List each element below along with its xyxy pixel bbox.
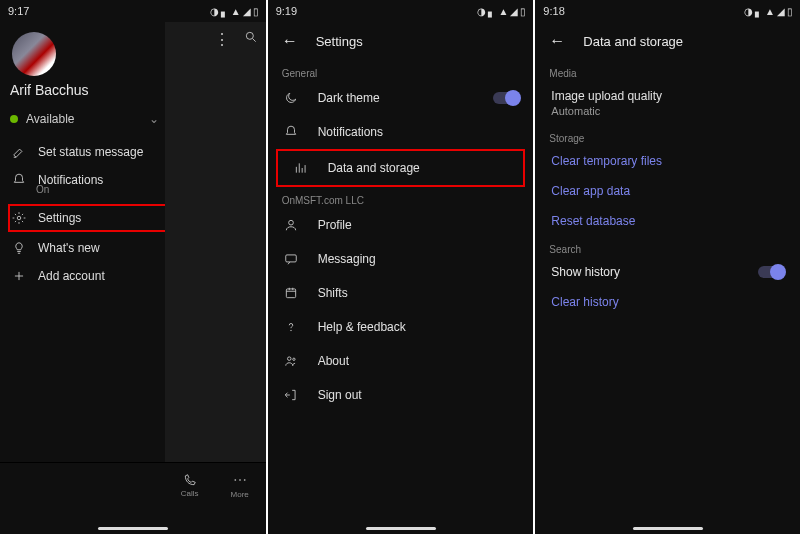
page-title: Data and storage bbox=[583, 34, 683, 49]
shifts-row[interactable]: Shifts bbox=[268, 276, 534, 310]
presence-dot-icon bbox=[10, 115, 18, 123]
person-icon bbox=[282, 218, 300, 232]
svg-point-2 bbox=[288, 220, 293, 225]
section-search: Search bbox=[535, 236, 800, 257]
reset-database-link[interactable]: Reset database bbox=[535, 206, 800, 236]
show-history-label: Show history bbox=[551, 265, 620, 279]
svg-point-7 bbox=[292, 358, 294, 360]
set-status-label: Set status message bbox=[38, 145, 143, 159]
clear-app-data-link[interactable]: Clear app data bbox=[535, 176, 800, 206]
back-icon[interactable]: ← bbox=[549, 32, 565, 50]
calendar-icon bbox=[282, 286, 300, 300]
section-storage: Storage bbox=[535, 125, 800, 146]
sign-out-label: Sign out bbox=[318, 388, 362, 402]
notifications-label: Notifications bbox=[318, 125, 383, 139]
upload-quality-row[interactable]: Image upload quality Automatic bbox=[535, 81, 800, 125]
whats-new-label: What's new bbox=[38, 241, 100, 255]
section-org: OnMSFT.com LLC bbox=[268, 187, 534, 208]
svg-point-0 bbox=[17, 216, 21, 220]
nav-pill[interactable] bbox=[98, 527, 168, 530]
teams-icon bbox=[282, 354, 300, 368]
upload-quality-label: Image upload quality bbox=[551, 89, 784, 103]
gear-icon bbox=[12, 211, 26, 225]
header: ← Data and storage bbox=[535, 22, 800, 60]
whats-new-row[interactable]: What's new bbox=[10, 234, 165, 262]
screen-profile-drawer: 9:17 ◑▖▲◢▯ Arif Bacchus Available ⌄ Set … bbox=[0, 0, 266, 534]
presence-row[interactable]: Available ⌄ bbox=[10, 112, 165, 126]
bottom-nav: Calls ⋯More bbox=[0, 462, 266, 508]
clock: 9:18 bbox=[543, 5, 564, 17]
moon-icon bbox=[282, 91, 300, 105]
clock: 9:17 bbox=[8, 5, 29, 17]
chevron-down-icon: ⌄ bbox=[149, 112, 159, 126]
nav-calls[interactable]: Calls bbox=[170, 473, 210, 498]
status-icons: ◑▖▲◢▯ bbox=[477, 6, 525, 17]
messaging-label: Messaging bbox=[318, 252, 376, 266]
notifications-sub: On bbox=[36, 184, 49, 195]
clear-temp-link[interactable]: Clear temporary files bbox=[535, 146, 800, 176]
profile-row[interactable]: Profile bbox=[268, 208, 534, 242]
clear-history-link[interactable]: Clear history bbox=[535, 287, 800, 317]
add-account-label: Add account bbox=[38, 269, 105, 283]
nav-drawer: Arif Bacchus Available ⌄ Set status mess… bbox=[0, 22, 165, 462]
presence-label: Available bbox=[26, 112, 74, 126]
section-general: General bbox=[268, 60, 534, 81]
android-navbar bbox=[0, 508, 266, 534]
lightbulb-icon bbox=[12, 241, 26, 255]
more-icon[interactable]: ⋮ bbox=[214, 30, 230, 49]
profile-label: Profile bbox=[318, 218, 352, 232]
set-status-row[interactable]: Set status message bbox=[10, 138, 165, 166]
nav-pill[interactable] bbox=[366, 527, 436, 530]
messaging-row[interactable]: Messaging bbox=[268, 242, 534, 276]
svg-point-6 bbox=[287, 357, 291, 361]
add-account-row[interactable]: Add account bbox=[10, 262, 165, 290]
data-storage-row[interactable]: Data and storage bbox=[276, 149, 526, 187]
chat-icon bbox=[282, 252, 300, 266]
svg-rect-3 bbox=[285, 255, 296, 262]
show-history-toggle[interactable] bbox=[758, 266, 784, 278]
dark-theme-label: Dark theme bbox=[318, 91, 380, 105]
data-icon bbox=[292, 161, 310, 175]
about-label: About bbox=[318, 354, 349, 368]
avatar[interactable] bbox=[12, 32, 56, 76]
search-icon[interactable] bbox=[244, 30, 258, 49]
clock: 9:19 bbox=[276, 5, 297, 17]
main-dimmed: ⋮ bbox=[165, 22, 266, 462]
about-row[interactable]: About bbox=[268, 344, 534, 378]
notifications-row[interactable]: Notifications bbox=[268, 115, 534, 149]
nav-more[interactable]: ⋯More bbox=[220, 472, 260, 499]
status-bar: 9:18 ◑▖▲◢▯ bbox=[535, 0, 800, 22]
dark-theme-toggle[interactable] bbox=[493, 92, 519, 104]
svg-point-5 bbox=[290, 330, 291, 331]
header: ← Settings bbox=[268, 22, 534, 60]
screen-settings: 9:19 ◑▖▲◢▯ ← Settings General Dark theme… bbox=[268, 0, 534, 534]
notifications-row[interactable]: Notifications On bbox=[10, 166, 165, 202]
sign-out-icon bbox=[282, 388, 300, 402]
help-row[interactable]: Help & feedback bbox=[268, 310, 534, 344]
status-icons: ◑▖▲◢▯ bbox=[210, 6, 258, 17]
edit-icon bbox=[12, 145, 26, 159]
sign-out-row[interactable]: Sign out bbox=[268, 378, 534, 412]
show-history-row[interactable]: Show history bbox=[535, 257, 800, 287]
screen-data-storage: 9:18 ◑▖▲◢▯ ← Data and storage Media Imag… bbox=[535, 0, 800, 534]
help-label: Help & feedback bbox=[318, 320, 406, 334]
settings-row[interactable]: Settings bbox=[8, 204, 167, 232]
page-title: Settings bbox=[316, 34, 363, 49]
status-bar: 9:17 ◑▖▲◢▯ bbox=[0, 0, 266, 22]
status-bar: 9:19 ◑▖▲◢▯ bbox=[268, 0, 534, 22]
nav-pill[interactable] bbox=[633, 527, 703, 530]
help-icon bbox=[282, 320, 300, 334]
section-media: Media bbox=[535, 60, 800, 81]
dark-theme-row[interactable]: Dark theme bbox=[268, 81, 534, 115]
bell-icon bbox=[12, 173, 26, 187]
android-navbar bbox=[535, 508, 800, 534]
svg-point-1 bbox=[246, 32, 253, 39]
plus-icon bbox=[12, 269, 26, 283]
back-icon[interactable]: ← bbox=[282, 32, 298, 50]
shifts-label: Shifts bbox=[318, 286, 348, 300]
status-icons: ◑▖▲◢▯ bbox=[744, 6, 792, 17]
android-navbar bbox=[268, 508, 534, 534]
upload-quality-value: Automatic bbox=[551, 105, 784, 117]
bell-icon bbox=[282, 125, 300, 139]
data-storage-label: Data and storage bbox=[328, 161, 420, 175]
